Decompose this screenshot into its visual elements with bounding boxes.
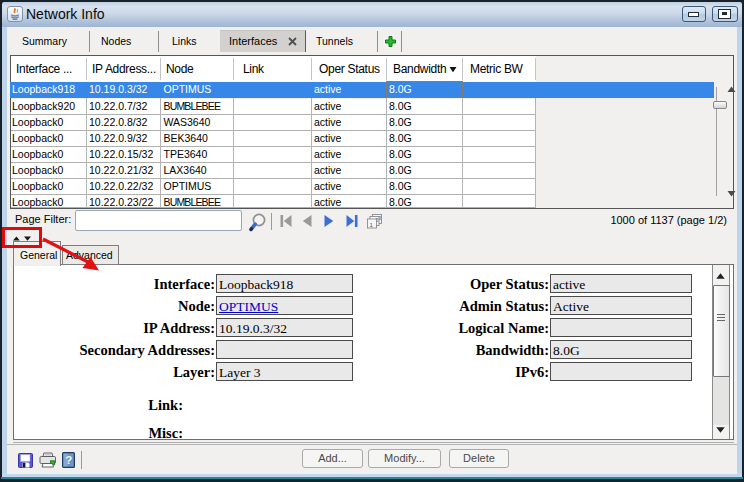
svg-text:?: ? [65,454,72,466]
